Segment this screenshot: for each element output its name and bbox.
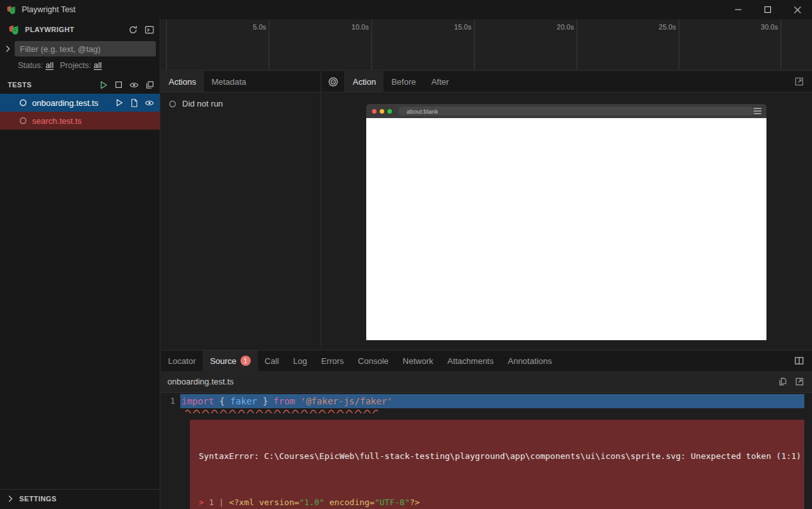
browser-snapshot-window: about:blank — [366, 104, 766, 340]
timeline-tick-label: 5.0s — [230, 23, 266, 31]
playwright-app: Playwright Test PLAYWRIG — [0, 0, 812, 509]
actions-panel: Actions Metadata Did not run — [161, 71, 321, 350]
copy-icon[interactable] — [778, 377, 788, 386]
titlebar: Playwright Test — [0, 0, 812, 19]
watch-eye-icon[interactable] — [129, 80, 139, 90]
snapshot-panel: Action Before After about:blank — [322, 71, 812, 350]
tab-metadata[interactable]: Metadata — [204, 71, 254, 92]
filter-row — [0, 40, 160, 58]
did-not-run-item: Did not run — [161, 92, 321, 108]
tests-title: TESTS — [8, 81, 31, 89]
tab-annotations[interactable]: Annotations — [501, 350, 559, 371]
show-source-file-icon[interactable] — [130, 98, 139, 108]
error-frame-line: > 1 | <?xml version="1.0" encoding="UTF-… — [199, 497, 795, 508]
snapshot-page-content[interactable] — [366, 118, 766, 340]
playwright-logo-icon — [6, 5, 16, 15]
test-file-name: onboarding.test.ts — [32, 98, 98, 108]
tab-network[interactable]: Network — [396, 350, 441, 371]
tab-attachments[interactable]: Attachments — [440, 350, 500, 371]
collapse-all-icon[interactable] — [145, 80, 155, 90]
source-line-1: 1 import { faker } from '@faker-js/faker… — [161, 394, 812, 408]
did-not-run-label: Did not run — [182, 99, 223, 108]
pick-locator-button[interactable] — [322, 71, 345, 92]
timeline[interactable]: 5.0s10.0s15.0s20.0s25.0s30.0s — [161, 19, 812, 71]
projects-value[interactable]: all — [94, 61, 102, 70]
timeline-gridline — [371, 19, 372, 70]
browser-toolbar: about:blank — [366, 104, 766, 118]
page-url: about:blank — [407, 108, 438, 115]
settings-section[interactable]: SETTINGS — [0, 489, 160, 507]
sidebar: PLAYWRIGHT Status: all Projects: all — [0, 19, 160, 509]
source-filename: onboarding.test.ts — [167, 377, 233, 386]
tab-call[interactable]: Call — [258, 350, 286, 371]
test-file-name: search.test.ts — [32, 116, 81, 126]
test-row-onboarding[interactable]: onboarding.test.ts — [0, 94, 160, 112]
filter-input[interactable] — [15, 41, 156, 56]
tests-section-header: TESTS — [0, 76, 160, 94]
tab-locator[interactable]: Locator — [161, 350, 203, 371]
error-message: SyntaxError: C:\Courses\EpicWeb\full-sta… — [199, 451, 795, 462]
source-line-code: import { faker } from '@faker-js/faker' — [180, 394, 804, 408]
hamburger-menu-icon — [754, 108, 761, 114]
timeline-gridline — [679, 19, 679, 70]
status-filter-row: Status: all Projects: all — [0, 58, 160, 73]
chevron-right-icon[interactable] — [5, 45, 11, 53]
open-snapshot-external-icon[interactable] — [794, 76, 804, 87]
window-controls — [723, 0, 812, 19]
traffic-lights-icon — [372, 109, 392, 114]
watch-test-eye-icon[interactable] — [144, 98, 155, 108]
tab-actions[interactable]: Actions — [161, 71, 204, 92]
test-row-search[interactable]: search.test.ts — [0, 112, 160, 130]
close-button[interactable] — [782, 0, 812, 19]
tab-errors[interactable]: Errors — [314, 350, 351, 371]
status-label: Status: — [18, 61, 43, 70]
projects-label: Projects: — [60, 61, 91, 70]
minimize-button[interactable] — [723, 0, 753, 19]
timeline-gridline — [166, 19, 167, 70]
reload-icon[interactable] — [128, 25, 138, 35]
tab-before[interactable]: Before — [384, 71, 423, 92]
source-file-bar: onboarding.test.ts — [161, 371, 812, 393]
settings-title: SETTINGS — [19, 495, 56, 503]
status-circle-icon — [169, 100, 176, 108]
line-number: 1 — [161, 394, 180, 408]
actions-tabbar: Actions Metadata — [161, 71, 321, 92]
open-external-icon[interactable] — [795, 377, 804, 386]
timeline-tick-label: 20.0s — [538, 23, 574, 31]
tab-console[interactable]: Console — [351, 350, 396, 371]
tab-after[interactable]: After — [423, 71, 456, 92]
syntax-error-block: SyntaxError: C:\Courses\EpicWeb\full-sta… — [190, 420, 804, 509]
timeline-tick-label: 25.0s — [640, 23, 676, 31]
snapshot-tabbar: Action Before After — [322, 71, 812, 92]
sidebar-title: PLAYWRIGHT — [25, 26, 74, 33]
maximize-button[interactable] — [753, 0, 782, 19]
timeline-gridline — [474, 19, 475, 70]
error-squiggle-underline — [185, 409, 378, 413]
status-value[interactable]: all — [46, 61, 54, 70]
details-tabbar: Locator Source 1 Call Log Errors Console… — [161, 350, 812, 371]
error-code-frame: > 1 | <?xml version="1.0" encoding="UTF-… — [199, 497, 795, 509]
stop-icon[interactable] — [114, 80, 123, 90]
run-all-play-icon[interactable] — [99, 80, 108, 90]
timeline-gridline — [577, 19, 577, 70]
run-test-play-icon[interactable] — [115, 98, 124, 108]
timeline-tick-label: 15.0s — [436, 23, 471, 31]
test-status-circle-icon — [19, 99, 27, 107]
tab-source[interactable]: Source 1 — [203, 350, 257, 371]
split-view-icon[interactable] — [794, 356, 804, 366]
sidebar-header: PLAYWRIGHT — [0, 19, 160, 40]
tab-action[interactable]: Action — [345, 71, 384, 92]
tab-log[interactable]: Log — [286, 350, 314, 371]
test-status-circle-icon — [19, 117, 27, 125]
source-error-badge: 1 — [241, 356, 251, 366]
timeline-tick-label: 30.0s — [742, 23, 778, 31]
terminal-icon[interactable] — [144, 25, 155, 35]
timeline-gridline — [269, 19, 269, 70]
playwright-masks-icon — [8, 24, 20, 35]
tab-source-label: Source — [210, 356, 236, 366]
details-panel: Locator Source 1 Call Log Errors Console… — [161, 350, 812, 509]
window-title: Playwright Test — [22, 5, 76, 14]
chevron-right-icon — [8, 495, 13, 503]
timeline-tick-label: 10.0s — [333, 23, 369, 31]
source-code-viewer: 1 import { faker } from '@faker-js/faker… — [161, 393, 812, 509]
